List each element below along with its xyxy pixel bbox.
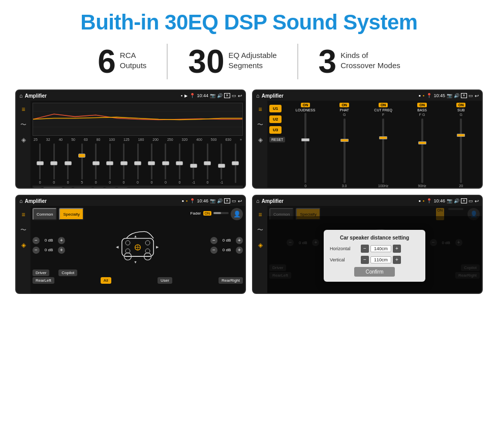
chan-slider-sub[interactable] bbox=[460, 118, 462, 183]
vertical-minus-btn[interactable]: − bbox=[361, 256, 369, 264]
u1-btn[interactable]: U1 bbox=[269, 105, 282, 112]
chan-slider-phat[interactable] bbox=[344, 118, 346, 183]
eq-label-5: 80 bbox=[97, 138, 101, 141]
svg-text:▼: ▼ bbox=[134, 260, 137, 264]
vol-val-rl: 0 dB bbox=[41, 248, 56, 252]
eq-slider-4[interactable]: 0 bbox=[89, 143, 102, 184]
vol-minus-fr[interactable]: − bbox=[210, 237, 217, 244]
svg-text:◀: ◀ bbox=[116, 245, 119, 249]
nav-speaker-icon-3[interactable]: ◈ bbox=[19, 241, 28, 250]
location-icon-2: 📍 bbox=[426, 93, 432, 98]
eq-slider-6[interactable]: 0 bbox=[117, 143, 130, 184]
eq-slider-7[interactable]: 0 bbox=[131, 143, 144, 184]
on-badge-bass[interactable]: ON bbox=[417, 103, 427, 107]
on-badge-phat[interactable]: ON bbox=[339, 103, 349, 107]
eq-slider-3[interactable]: 5 bbox=[75, 143, 88, 184]
eq-label-14: 630 bbox=[225, 138, 231, 141]
eq-graph bbox=[33, 103, 243, 136]
home-icon-2[interactable]: ⌂ bbox=[256, 93, 260, 99]
nav-wave-icon[interactable]: 〜 bbox=[19, 120, 28, 129]
back-icon-3[interactable]: ↩ bbox=[238, 198, 242, 204]
eq-label-3: 50 bbox=[71, 138, 75, 141]
eq-next-btn[interactable]: ▶ bbox=[64, 187, 72, 189]
nav-eq-icon-2[interactable]: ≡ bbox=[256, 105, 265, 114]
vol-plus-rr[interactable]: + bbox=[236, 247, 243, 254]
nav-speaker-icon-2[interactable]: ◈ bbox=[256, 135, 265, 144]
eq-slider-9[interactable]: 0 bbox=[159, 143, 172, 184]
eq-slider-2[interactable]: 0 bbox=[61, 143, 74, 184]
back-icon-2[interactable]: ↩ bbox=[475, 93, 479, 99]
home-icon-4[interactable]: ⌂ bbox=[256, 198, 260, 204]
home-icon-1[interactable]: ⌂ bbox=[19, 93, 23, 99]
horizontal-minus-btn[interactable]: − bbox=[361, 245, 369, 253]
vol-val-rr: 0 dB bbox=[219, 248, 234, 252]
eq-slider-14[interactable] bbox=[229, 143, 242, 184]
nav-eq-icon[interactable]: ≡ bbox=[19, 105, 28, 114]
user-btn[interactable]: User bbox=[158, 277, 172, 284]
channel-phat: ON PHAT G 3.0 bbox=[326, 103, 363, 188]
reset-btn[interactable]: RESET bbox=[269, 137, 285, 142]
back-icon-4[interactable]: ↩ bbox=[475, 198, 479, 204]
chan-slider-loudness[interactable] bbox=[304, 113, 306, 183]
vol-plus-fr[interactable]: + bbox=[236, 237, 243, 244]
fader-row: Fader ON bbox=[191, 208, 229, 218]
eq-u1-btn[interactable]: U1 bbox=[94, 187, 104, 189]
copilot-btn[interactable]: Copilot bbox=[58, 270, 77, 276]
specialty-btn[interactable]: Specialty bbox=[59, 208, 83, 220]
time-1: 10:44 bbox=[197, 93, 208, 98]
eq-u2-btn[interactable]: U2 bbox=[105, 187, 115, 189]
eq-slider-10[interactable]: 0 bbox=[173, 143, 186, 184]
chan-label-bass: BASS bbox=[417, 108, 427, 112]
chan-slider-cutfreq[interactable] bbox=[382, 118, 384, 183]
vol-minus-rr[interactable]: − bbox=[210, 247, 217, 254]
eq-slider-1[interactable]: 0 bbox=[47, 143, 60, 184]
fader-on[interactable]: ON bbox=[203, 211, 212, 216]
eq-slider-0[interactable]: 0 bbox=[34, 143, 46, 184]
confirm-button[interactable]: Confirm bbox=[354, 267, 395, 277]
nav-wave-icon-3[interactable]: 〜 bbox=[19, 225, 28, 234]
on-badge-loudness[interactable]: ON bbox=[301, 103, 310, 107]
on-badge-cutfreq[interactable]: ON bbox=[379, 103, 388, 107]
stat-number-crossover: 3 bbox=[319, 45, 337, 78]
eq-slider-12[interactable]: 0 bbox=[201, 143, 214, 184]
vol-plus-fl[interactable]: + bbox=[58, 237, 65, 244]
chan-slider-bass[interactable] bbox=[421, 118, 423, 183]
eq-custom-btn[interactable]: Custom bbox=[43, 187, 63, 189]
nav-speaker-icon-4[interactable]: ◈ bbox=[256, 241, 265, 250]
home-icon-3[interactable]: ⌂ bbox=[19, 198, 23, 204]
eq-prev-btn[interactable]: ◀ bbox=[34, 187, 42, 189]
channel-sub: ON SUB G 20 bbox=[442, 103, 480, 188]
x-icon-1: ✕ bbox=[224, 93, 230, 98]
eq-slider-11[interactable]: -1 bbox=[187, 143, 200, 184]
eq-slider-13[interactable]: -1 bbox=[215, 143, 228, 184]
nav-eq-icon-3[interactable]: ≡ bbox=[19, 210, 28, 219]
nav-wave-icon-4[interactable]: 〜 bbox=[256, 225, 265, 234]
nav-eq-icon-4[interactable]: ≡ bbox=[256, 210, 265, 219]
stat-crossover: 3 Kinds of Crossover Modes bbox=[298, 45, 421, 78]
eq-reset-btn[interactable]: RESET bbox=[74, 187, 92, 189]
vol-minus-fl[interactable]: − bbox=[33, 237, 40, 244]
on-badge-sub[interactable]: ON bbox=[456, 103, 466, 107]
all-btn[interactable]: All bbox=[101, 277, 111, 284]
eq-u3-btn[interactable]: U3 bbox=[117, 187, 128, 189]
nav-wave-icon-2[interactable]: 〜 bbox=[256, 120, 265, 129]
camera-icon-4: 📷 bbox=[447, 198, 452, 203]
back-icon-1[interactable]: ↩ bbox=[238, 93, 242, 99]
vol-minus-rl[interactable]: − bbox=[33, 247, 40, 254]
rearleft-btn[interactable]: RearLeft bbox=[33, 277, 54, 284]
u2-btn[interactable]: U2 bbox=[269, 115, 282, 123]
common-btn[interactable]: Common bbox=[33, 208, 57, 220]
vertical-plus-btn[interactable]: + bbox=[393, 256, 401, 264]
status-bar-1: ⌂ Amplifier ● ▶ 📍 10:44 📷 🔊 ✕ ▭ ↩ bbox=[16, 91, 245, 101]
u3-btn[interactable]: U3 bbox=[269, 126, 282, 134]
eq-slider-5[interactable]: 0 bbox=[103, 143, 116, 184]
horizontal-plus-btn[interactable]: + bbox=[393, 245, 401, 253]
channel-loudness: ON LOUDNESS 0 bbox=[287, 103, 324, 188]
driver-btn[interactable]: Driver bbox=[33, 270, 49, 276]
rearright-btn[interactable]: RearRight bbox=[219, 277, 243, 284]
eq-slider-8[interactable]: 0 bbox=[145, 143, 158, 184]
dot-icon-2b: ● bbox=[423, 94, 425, 97]
nav-speaker-icon[interactable]: ◈ bbox=[19, 135, 28, 144]
status-bar-4: ⌂ Amplifier ■ ● 📍 10:46 📷 🔊 ✕ ▭ ↩ bbox=[253, 196, 482, 206]
vol-plus-rl[interactable]: + bbox=[58, 247, 65, 254]
